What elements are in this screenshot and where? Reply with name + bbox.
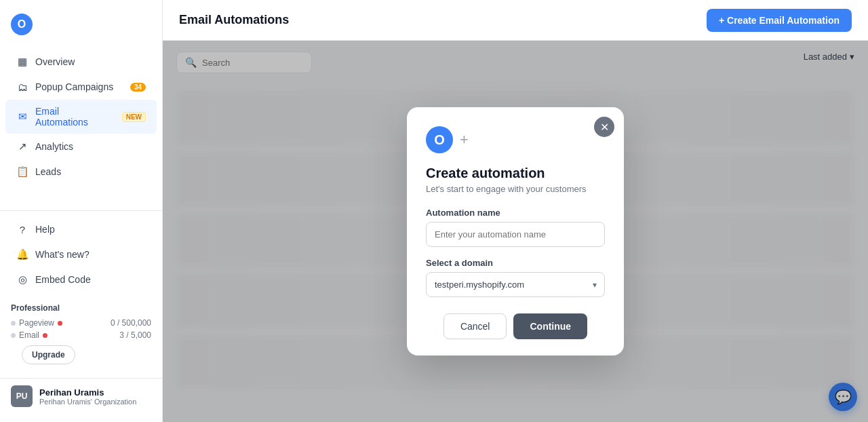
sidebar-item-label: What's new? bbox=[35, 249, 90, 260]
plan-row-email: Email 3 / 5,000 bbox=[11, 330, 151, 340]
embed-icon: ◎ bbox=[16, 273, 28, 286]
page-title: Email Automations bbox=[179, 13, 289, 27]
create-email-automation-button[interactable]: + Create Email Automation bbox=[707, 9, 852, 32]
modal-logo-icon: O bbox=[426, 126, 453, 153]
sidebar-item-label: Analytics bbox=[35, 141, 73, 152]
plus-icon: + bbox=[460, 131, 469, 149]
popup-campaigns-badge: 34 bbox=[130, 83, 146, 92]
modal-close-button[interactable]: ✕ bbox=[594, 117, 614, 137]
email-value: 3 / 5,000 bbox=[119, 330, 151, 340]
sidebar-bottom: ? Help 🔔 What's new? ◎ Embed Code bbox=[0, 210, 162, 298]
user-section: PU Perihan Uramis Perihan Uramis' Organi… bbox=[0, 378, 162, 414]
sidebar-item-label: Popup Campaigns bbox=[35, 81, 113, 92]
automation-name-label: Automation name bbox=[426, 208, 605, 218]
pageview-value: 0 / 500,000 bbox=[111, 318, 151, 328]
create-automation-modal: ✕ O + Create automation Let's start to e… bbox=[407, 107, 624, 356]
app-logo: O bbox=[11, 14, 33, 35]
modal-subtitle: Let's start to engage with your customer… bbox=[426, 184, 605, 194]
sidebar-nav: ▦ Overview 🗂 Popup Campaigns 34 ✉ Email … bbox=[0, 46, 162, 205]
sidebar-item-label: Embed Code bbox=[35, 274, 91, 285]
domain-select-wrap: testperi.myshopify.com ▾ bbox=[426, 272, 605, 297]
email-status-dot bbox=[43, 333, 47, 338]
email-dot bbox=[11, 333, 16, 338]
analytics-icon: ↗ bbox=[16, 140, 28, 153]
sidebar: O ▦ Overview 🗂 Popup Campaigns 34 ✉ Emai… bbox=[0, 0, 163, 422]
modal-actions: Cancel Continue bbox=[426, 313, 605, 339]
sidebar-item-embed-code[interactable]: ◎ Embed Code bbox=[5, 267, 157, 292]
domain-select[interactable]: testperi.myshopify.com bbox=[426, 272, 605, 297]
main-content: Email Automations + Create Email Automat… bbox=[163, 0, 868, 422]
popup-campaigns-icon: 🗂 bbox=[16, 81, 28, 93]
avatar: PU bbox=[11, 385, 33, 407]
plan-title: Professional bbox=[11, 303, 151, 313]
continue-button[interactable]: Continue bbox=[513, 313, 587, 339]
sidebar-item-analytics[interactable]: ↗ Analytics bbox=[5, 134, 157, 159]
plan-row-pageview: Pageview 0 / 500,000 bbox=[11, 318, 151, 328]
pageview-label: Pageview bbox=[19, 318, 54, 328]
topbar: Email Automations + Create Email Automat… bbox=[163, 0, 868, 41]
content-area: 🔍 Last added ▾ ✕ O + Cr bbox=[163, 41, 868, 422]
sidebar-item-email-automations[interactable]: ✉ Email Automations NEW bbox=[5, 100, 157, 134]
email-label: Email bbox=[19, 330, 39, 340]
cancel-button[interactable]: Cancel bbox=[443, 313, 507, 339]
sidebar-logo: O bbox=[0, 8, 162, 46]
sidebar-item-overview[interactable]: ▦ Overview bbox=[5, 50, 157, 74]
sidebar-item-label: Help bbox=[35, 224, 55, 235]
leads-icon: 📋 bbox=[16, 166, 28, 178]
overview-icon: ▦ bbox=[16, 56, 28, 68]
sidebar-item-help[interactable]: ? Help bbox=[5, 217, 157, 242]
sidebar-item-label: Leads bbox=[35, 166, 61, 177]
email-automations-icon: ✉ bbox=[16, 111, 28, 123]
user-name: Perihan Uramis bbox=[39, 387, 136, 398]
user-org: Perihan Uramis' Organization bbox=[39, 398, 136, 406]
plan-section: Professional Pageview 0 / 500,000 Email … bbox=[0, 298, 162, 378]
sidebar-item-whats-new[interactable]: 🔔 What's new? bbox=[5, 242, 157, 267]
sidebar-item-leads[interactable]: 📋 Leads bbox=[5, 159, 157, 184]
modal-overlay: ✕ O + Create automation Let's start to e… bbox=[163, 41, 868, 422]
domain-label: Select a domain bbox=[426, 258, 605, 268]
help-icon: ? bbox=[16, 223, 28, 235]
bell-icon: 🔔 bbox=[16, 248, 28, 261]
sidebar-item-label: Overview bbox=[35, 56, 75, 67]
email-automations-badge-new: NEW bbox=[122, 112, 146, 122]
modal-title: Create automation bbox=[426, 166, 605, 181]
sidebar-item-popup-campaigns[interactable]: 🗂 Popup Campaigns 34 bbox=[5, 75, 157, 99]
upgrade-button[interactable]: Upgrade bbox=[22, 345, 75, 364]
sidebar-item-label: Email Automations bbox=[35, 106, 113, 128]
automation-name-input[interactable] bbox=[426, 222, 605, 247]
pageview-dot bbox=[11, 321, 16, 326]
modal-logo-area: O + bbox=[426, 126, 605, 153]
pageview-status-dot bbox=[58, 321, 62, 326]
